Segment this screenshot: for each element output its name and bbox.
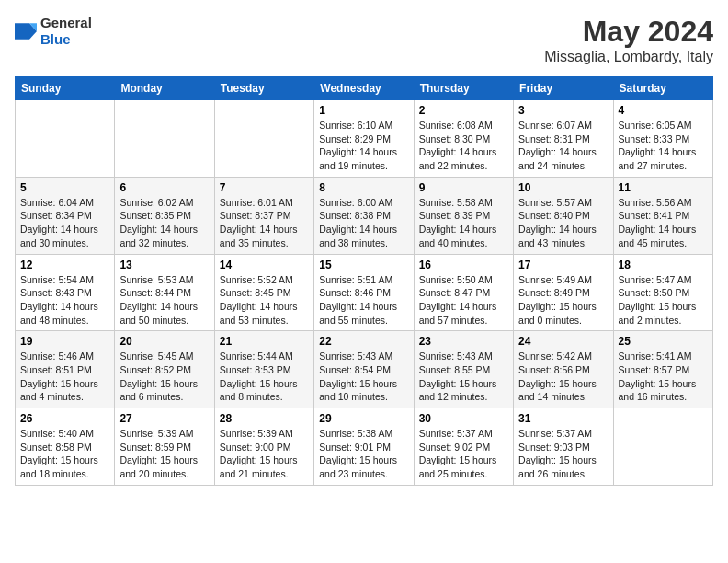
day-info: Sunrise: 6:10 AM Sunset: 8:29 PM Dayligh… xyxy=(319,119,408,173)
title-area: May 2024 Missaglia, Lombardy, Italy xyxy=(544,15,713,65)
week-row-4: 19Sunrise: 5:46 AM Sunset: 8:51 PM Dayli… xyxy=(16,331,713,408)
calendar-cell: 6Sunrise: 6:02 AM Sunset: 8:35 PM Daylig… xyxy=(115,177,214,254)
logo-icon xyxy=(15,23,37,40)
col-header-friday: Friday xyxy=(514,77,613,100)
day-info: Sunrise: 5:43 AM Sunset: 8:55 PM Dayligh… xyxy=(419,350,508,404)
day-info: Sunrise: 5:47 AM Sunset: 8:50 PM Dayligh… xyxy=(619,273,708,327)
calendar-cell: 9Sunrise: 5:58 AM Sunset: 8:39 PM Daylig… xyxy=(414,177,513,254)
day-number: 12 xyxy=(20,259,109,271)
day-number: 25 xyxy=(619,335,708,348)
calendar-cell: 23Sunrise: 5:43 AM Sunset: 8:55 PM Dayli… xyxy=(414,331,513,408)
week-row-5: 26Sunrise: 5:40 AM Sunset: 8:58 PM Dayli… xyxy=(16,408,713,486)
calendar-cell: 17Sunrise: 5:49 AM Sunset: 8:49 PM Dayli… xyxy=(514,254,613,331)
col-header-tuesday: Tuesday xyxy=(214,77,313,100)
calendar-cell: 27Sunrise: 5:39 AM Sunset: 8:59 PM Dayli… xyxy=(115,408,214,486)
calendar-cell: 18Sunrise: 5:47 AM Sunset: 8:50 PM Dayli… xyxy=(613,254,712,331)
logo-general-text: General xyxy=(40,15,92,30)
day-info: Sunrise: 6:05 AM Sunset: 8:33 PM Dayligh… xyxy=(619,119,708,173)
day-info: Sunrise: 5:56 AM Sunset: 8:41 PM Dayligh… xyxy=(619,196,708,250)
day-info: Sunrise: 5:39 AM Sunset: 9:00 PM Dayligh… xyxy=(220,427,309,481)
day-info: Sunrise: 5:43 AM Sunset: 8:54 PM Dayligh… xyxy=(319,350,408,404)
day-number: 5 xyxy=(20,181,109,194)
day-number: 20 xyxy=(119,335,209,348)
col-header-saturday: Saturday xyxy=(613,77,712,100)
day-info: Sunrise: 6:08 AM Sunset: 8:30 PM Dayligh… xyxy=(419,119,508,173)
day-number: 2 xyxy=(419,104,508,117)
page-header: General Blue May 2024 Missaglia, Lombard… xyxy=(15,15,713,65)
day-info: Sunrise: 6:04 AM Sunset: 8:34 PM Dayligh… xyxy=(20,196,109,250)
logo: General Blue xyxy=(15,15,92,48)
day-info: Sunrise: 5:39 AM Sunset: 8:59 PM Dayligh… xyxy=(119,427,209,481)
month-title: May 2024 xyxy=(544,15,713,49)
day-number: 16 xyxy=(419,259,508,271)
calendar-cell: 21Sunrise: 5:44 AM Sunset: 8:53 PM Dayli… xyxy=(214,331,313,408)
day-info: Sunrise: 5:38 AM Sunset: 9:01 PM Dayligh… xyxy=(319,427,408,481)
day-info: Sunrise: 5:40 AM Sunset: 8:58 PM Dayligh… xyxy=(20,427,109,481)
calendar-cell: 7Sunrise: 6:01 AM Sunset: 8:37 PM Daylig… xyxy=(214,177,313,254)
day-number: 19 xyxy=(20,335,109,348)
day-number: 11 xyxy=(619,181,708,194)
calendar-cell: 1Sunrise: 6:10 AM Sunset: 8:29 PM Daylig… xyxy=(314,100,414,178)
day-number: 27 xyxy=(119,412,209,425)
calendar-cell xyxy=(214,100,313,178)
day-info: Sunrise: 6:07 AM Sunset: 8:31 PM Dayligh… xyxy=(518,119,608,173)
day-info: Sunrise: 5:51 AM Sunset: 8:46 PM Dayligh… xyxy=(319,273,408,327)
logo-blue-text: Blue xyxy=(40,31,71,47)
calendar-cell: 15Sunrise: 5:51 AM Sunset: 8:46 PM Dayli… xyxy=(314,254,414,331)
day-number: 8 xyxy=(319,181,408,194)
day-number: 22 xyxy=(319,335,408,348)
day-info: Sunrise: 5:37 AM Sunset: 9:02 PM Dayligh… xyxy=(419,427,508,481)
calendar-cell: 22Sunrise: 5:43 AM Sunset: 8:54 PM Dayli… xyxy=(314,331,414,408)
day-number: 14 xyxy=(220,259,309,271)
day-info: Sunrise: 5:42 AM Sunset: 8:56 PM Dayligh… xyxy=(518,350,608,404)
week-row-2: 5Sunrise: 6:04 AM Sunset: 8:34 PM Daylig… xyxy=(16,177,713,254)
day-number: 18 xyxy=(619,259,708,271)
day-info: Sunrise: 5:53 AM Sunset: 8:44 PM Dayligh… xyxy=(119,273,209,327)
day-info: Sunrise: 5:58 AM Sunset: 8:39 PM Dayligh… xyxy=(419,196,508,250)
calendar-cell: 24Sunrise: 5:42 AM Sunset: 8:56 PM Dayli… xyxy=(514,331,613,408)
calendar-cell: 2Sunrise: 6:08 AM Sunset: 8:30 PM Daylig… xyxy=(414,100,513,178)
day-number: 3 xyxy=(518,104,608,117)
calendar-cell xyxy=(115,100,214,178)
day-number: 17 xyxy=(518,259,608,271)
calendar-cell: 12Sunrise: 5:54 AM Sunset: 8:43 PM Dayli… xyxy=(16,254,115,331)
calendar-header-row: SundayMondayTuesdayWednesdayThursdayFrid… xyxy=(16,77,713,100)
calendar-cell: 14Sunrise: 5:52 AM Sunset: 8:45 PM Dayli… xyxy=(214,254,313,331)
day-info: Sunrise: 6:01 AM Sunset: 8:37 PM Dayligh… xyxy=(220,196,309,250)
calendar-cell: 26Sunrise: 5:40 AM Sunset: 8:58 PM Dayli… xyxy=(16,408,115,486)
day-number: 30 xyxy=(419,412,508,425)
calendar-cell: 13Sunrise: 5:53 AM Sunset: 8:44 PM Dayli… xyxy=(115,254,214,331)
calendar-cell: 11Sunrise: 5:56 AM Sunset: 8:41 PM Dayli… xyxy=(613,177,712,254)
day-info: Sunrise: 5:45 AM Sunset: 8:52 PM Dayligh… xyxy=(119,350,209,404)
calendar-cell: 19Sunrise: 5:46 AM Sunset: 8:51 PM Dayli… xyxy=(16,331,115,408)
day-info: Sunrise: 6:00 AM Sunset: 8:38 PM Dayligh… xyxy=(319,196,408,250)
day-number: 23 xyxy=(419,335,508,348)
calendar-cell: 20Sunrise: 5:45 AM Sunset: 8:52 PM Dayli… xyxy=(115,331,214,408)
day-info: Sunrise: 5:57 AM Sunset: 8:40 PM Dayligh… xyxy=(518,196,608,250)
calendar-cell: 30Sunrise: 5:37 AM Sunset: 9:02 PM Dayli… xyxy=(414,408,513,486)
col-header-thursday: Thursday xyxy=(414,77,513,100)
day-info: Sunrise: 6:02 AM Sunset: 8:35 PM Dayligh… xyxy=(119,196,209,250)
calendar-cell: 31Sunrise: 5:37 AM Sunset: 9:03 PM Dayli… xyxy=(514,408,613,486)
col-header-sunday: Sunday xyxy=(16,77,115,100)
calendar-table: SundayMondayTuesdayWednesdayThursdayFrid… xyxy=(15,76,713,486)
day-number: 26 xyxy=(20,412,109,425)
day-info: Sunrise: 5:49 AM Sunset: 8:49 PM Dayligh… xyxy=(518,273,608,327)
day-number: 1 xyxy=(319,104,408,117)
calendar-cell xyxy=(16,100,115,178)
calendar-cell: 8Sunrise: 6:00 AM Sunset: 8:38 PM Daylig… xyxy=(314,177,414,254)
day-number: 13 xyxy=(119,259,209,271)
day-info: Sunrise: 5:54 AM Sunset: 8:43 PM Dayligh… xyxy=(20,273,109,327)
calendar-cell: 5Sunrise: 6:04 AM Sunset: 8:34 PM Daylig… xyxy=(16,177,115,254)
location-title: Missaglia, Lombardy, Italy xyxy=(544,49,713,65)
calendar-cell: 4Sunrise: 6:05 AM Sunset: 8:33 PM Daylig… xyxy=(613,100,712,178)
day-number: 31 xyxy=(518,412,608,425)
calendar-cell: 25Sunrise: 5:41 AM Sunset: 8:57 PM Dayli… xyxy=(613,331,712,408)
day-info: Sunrise: 5:52 AM Sunset: 8:45 PM Dayligh… xyxy=(220,273,309,327)
day-number: 4 xyxy=(619,104,708,117)
day-number: 24 xyxy=(518,335,608,348)
day-number: 21 xyxy=(220,335,309,348)
day-number: 15 xyxy=(319,259,408,271)
day-number: 6 xyxy=(119,181,209,194)
calendar-cell: 28Sunrise: 5:39 AM Sunset: 9:00 PM Dayli… xyxy=(214,408,313,486)
